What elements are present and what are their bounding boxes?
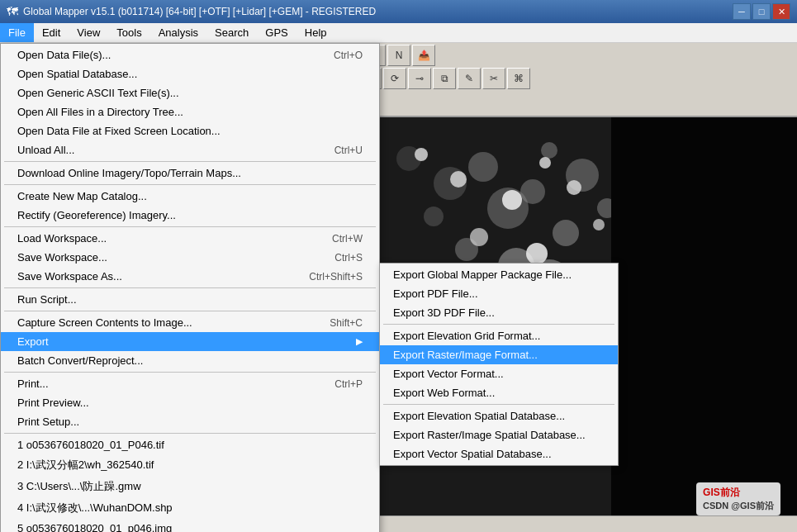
- export-global-mapper-package[interactable]: Export Global Mapper Package File...: [380, 265, 618, 284]
- svg-point-26: [539, 157, 551, 169]
- menu-batch-convert[interactable]: Batch Convert/Reproject...: [1, 351, 379, 370]
- menu-export[interactable]: Export ▶: [1, 332, 379, 351]
- menu-search[interactable]: Search: [206, 23, 257, 42]
- menu-print-setup[interactable]: Print Setup...: [1, 412, 379, 431]
- file-menu-dropdown: Open Data File(s)... Ctrl+O Open Spatial…: [0, 43, 380, 532]
- svg-point-23: [415, 148, 428, 161]
- title-bar: 🗺 Global Mapper v15.1 (b011714) [64-bit]…: [0, 0, 797, 23]
- sep-4: [4, 287, 376, 288]
- sep-6: [4, 372, 376, 373]
- tb-misc-12[interactable]: ✂: [482, 68, 505, 89]
- svg-point-7: [541, 142, 557, 159]
- export-raster-spatial-db[interactable]: Export Raster/Image Spatial Database...: [380, 425, 618, 444]
- watermark: GIS前沿 CSDN @GIS前沿: [696, 482, 780, 515]
- menu-unload-all[interactable]: Unload All... Ctrl+U: [1, 140, 379, 159]
- menu-gps[interactable]: GPS: [257, 23, 296, 42]
- svg-rect-41: [611, 117, 797, 532]
- export-vector-format[interactable]: Export Vector Format...: [380, 364, 618, 383]
- menu-rectify-imagery[interactable]: Rectify (Georeference) Imagery...: [1, 206, 379, 225]
- close-button[interactable]: ✕: [772, 3, 790, 20]
- menu-new-map-catalog[interactable]: Create New Map Catalog...: [1, 187, 379, 206]
- svg-point-25: [502, 190, 522, 210]
- menu-help[interactable]: Help: [297, 23, 335, 42]
- minimize-button[interactable]: ─: [733, 3, 751, 20]
- menu-file[interactable]: File: [0, 23, 34, 42]
- svg-point-8: [520, 179, 545, 204]
- window-controls: ─ □ ✕: [733, 3, 790, 20]
- title-text: Global Mapper v15.1 (b011714) [64-bit] […: [23, 6, 728, 17]
- maximize-button[interactable]: □: [752, 3, 771, 20]
- sep-1: [4, 161, 376, 162]
- tb-misc-11[interactable]: ✎: [458, 68, 481, 89]
- menu-recent-1[interactable]: 1 o053676018020_01_P046.tif: [1, 435, 379, 454]
- export-pdf[interactable]: Export PDF File...: [380, 284, 618, 303]
- menu-bar: File Edit View Tools Analysis Search GPS…: [0, 23, 797, 43]
- svg-point-31: [593, 219, 605, 230]
- menu-save-workspace[interactable]: Save Workspace... Ctrl+S: [1, 248, 379, 267]
- menu-load-workspace[interactable]: Load Workspace... Ctrl+W: [1, 229, 379, 248]
- export-vector-spatial-db[interactable]: Export Vector Spatial Database...: [380, 444, 618, 463]
- menu-recent-3[interactable]: 3 C:\Users\...\防止躁.gmw: [1, 476, 379, 497]
- menu-open-fixed-location[interactable]: Open Data File at Fixed Screen Location.…: [1, 121, 379, 140]
- svg-point-28: [470, 228, 488, 246]
- tb-misc-9[interactable]: ⊸: [408, 68, 431, 89]
- menu-print[interactable]: Print... Ctrl+P: [1, 374, 379, 393]
- menu-open-directory[interactable]: Open All Files in a Directory Tree...: [1, 102, 379, 121]
- svg-point-13: [553, 220, 579, 246]
- sep-7: [4, 433, 376, 434]
- menu-recent-5[interactable]: 5 o053676018020_01_p046.img: [1, 519, 379, 532]
- menu-save-workspace-as[interactable]: Save Workspace As... Ctrl+Shift+S: [1, 267, 379, 286]
- menu-recent-4[interactable]: 4 I:\武汉修改\...\WuhanDOM.shp: [1, 497, 379, 519]
- menu-view[interactable]: View: [69, 23, 108, 42]
- menu-edit[interactable]: Edit: [34, 23, 69, 42]
- menu-capture-screen[interactable]: Capture Screen Contents to Image... Shif…: [1, 313, 379, 332]
- app-icon: 🗺: [7, 5, 18, 18]
- menu-recent-2[interactable]: 2 I:\武汉分幅2\wh_362540.tif: [1, 454, 379, 476]
- export-sep-1: [383, 324, 614, 325]
- svg-point-30: [526, 243, 548, 264]
- menu-run-script[interactable]: Run Script...: [1, 290, 379, 309]
- menu-open-ascii[interactable]: Open Generic ASCII Text File(s)...: [1, 83, 379, 102]
- sep-5: [4, 311, 376, 311]
- svg-point-24: [450, 171, 467, 188]
- export-submenu-panel: Export Global Mapper Package File... Exp…: [379, 263, 619, 466]
- watermark-line1: GIS前沿: [703, 486, 774, 500]
- tb-misc-10[interactable]: ⧉: [433, 68, 456, 89]
- menu-tools[interactable]: Tools: [108, 23, 149, 42]
- export-elevation-spatial-db[interactable]: Export Elevation Spatial Database...: [380, 406, 618, 425]
- svg-point-4: [424, 207, 444, 226]
- menu-open-data-files[interactable]: Open Data File(s)... Ctrl+O: [1, 45, 379, 64]
- sep-3: [4, 226, 376, 227]
- watermark-line2: CSDN @GIS前沿: [703, 500, 774, 512]
- export-sep-2: [383, 404, 614, 405]
- export-3d-pdf[interactable]: Export 3D PDF File...: [380, 303, 618, 322]
- menu-download-imagery[interactable]: Download Online Imagery/Topo/Terrain Map…: [1, 164, 379, 183]
- svg-point-27: [567, 180, 581, 195]
- export-toolbar-button[interactable]: 📤: [412, 45, 435, 66]
- tb-misc-13[interactable]: ⌘: [507, 68, 530, 89]
- export-web-format[interactable]: Export Web Format...: [380, 383, 618, 402]
- menu-analysis[interactable]: Analysis: [150, 23, 206, 42]
- menu-print-preview[interactable]: Print Preview...: [1, 393, 379, 412]
- export-elevation-grid[interactable]: Export Elevation Grid Format...: [380, 326, 618, 345]
- tb-misc-8[interactable]: ⟳: [383, 68, 406, 89]
- menu-open-spatial-db[interactable]: Open Spatial Database...: [1, 64, 379, 83]
- sep-2: [4, 184, 376, 185]
- north-button[interactable]: N: [387, 45, 410, 66]
- export-raster-image[interactable]: Export Raster/Image Format...: [380, 345, 618, 364]
- file-menu-panel: Open Data File(s)... Ctrl+O Open Spatial…: [0, 43, 380, 532]
- svg-point-5: [468, 152, 498, 182]
